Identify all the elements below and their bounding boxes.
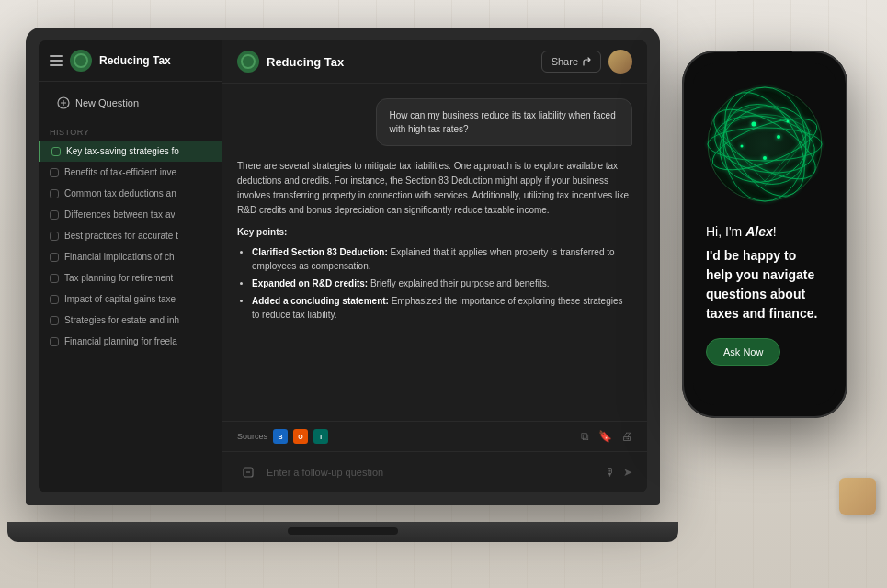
history-item-label: Benefits of tax-efficient inve	[64, 167, 176, 177]
history-item-label: Best practices for accurate t	[64, 231, 178, 241]
globe-svg	[700, 80, 829, 209]
sidebar-history-item[interactable]: Impact of capital gains taxe	[39, 288, 222, 310]
key-point-item: Expanded on R&D credits: Briefly explain…	[252, 277, 632, 290]
history-item-label: Differences between tax av	[64, 209, 175, 220]
bookmark-icon[interactable]: 🔖	[598, 430, 612, 443]
key-point-item: Added a concluding statement: Emphasized…	[252, 294, 632, 322]
chat-bubble-icon	[50, 253, 59, 262]
sidebar-history-item[interactable]: Benefits of tax-efficient inve	[39, 162, 222, 183]
share-button[interactable]: Share	[541, 51, 601, 73]
ai-response: There are several strategies to mitigate…	[237, 159, 632, 325]
ask-now-label: Ask Now	[723, 346, 763, 357]
phone-content: Hi, I'm Alex! I'd be happy to help you n…	[693, 215, 836, 366]
menu-icon[interactable]	[50, 55, 63, 66]
greeting-end: !	[773, 224, 777, 239]
user-avatar[interactable]	[608, 50, 632, 74]
history-item-label: Financial implications of ch	[64, 252, 175, 262]
phone-screen: Hi, I'm Alex! I'd be happy to help you n…	[693, 63, 836, 405]
svg-point-18	[787, 119, 790, 122]
attach-icon[interactable]	[237, 461, 259, 483]
laptop-screen: Reducing Tax New Question HISTORY	[39, 40, 647, 492]
dice-decoration	[839, 478, 876, 514]
source-badge-3[interactable]: T	[313, 429, 328, 444]
header-logo	[237, 51, 259, 73]
copy-icon[interactable]: ⧉	[581, 430, 589, 443]
globe-visualization	[696, 73, 834, 215]
chat-bubble-icon	[50, 210, 59, 220]
phone-body: Hi, I'm Alex! I'd be happy to help you n…	[682, 51, 847, 418]
sidebar-history-item[interactable]: Financial planning for freela	[39, 331, 222, 352]
share-label: Share	[552, 56, 578, 67]
history-list: Key tax-saving strategies fo Benefits of…	[39, 141, 222, 352]
user-message-text: How can my business reduce its tax liabi…	[390, 110, 616, 134]
sources-bar: Sources B O T ⧉ 🔖 🖨	[222, 421, 647, 451]
follow-up-input[interactable]	[267, 467, 597, 478]
user-message: How can my business reduce its tax liabi…	[376, 98, 633, 146]
chat-area[interactable]: How can my business reduce its tax liabi…	[222, 84, 647, 421]
history-item-label: Tax planning for retirement	[64, 273, 173, 283]
header-title: Reducing Tax	[267, 55, 344, 69]
sidebar-history-item[interactable]: Common tax deductions an	[39, 183, 222, 204]
header-right: Share	[541, 50, 632, 74]
greeting-text: Hi, I'm	[706, 224, 745, 239]
plus-icon	[57, 96, 70, 109]
sidebar-history-item[interactable]: Financial implications of ch	[39, 246, 222, 267]
svg-point-15	[777, 135, 780, 139]
phone-device: Hi, I'm Alex! I'd be happy to help you n…	[682, 51, 861, 436]
new-question-label: New Question	[75, 97, 139, 108]
chat-bubble-icon	[50, 337, 59, 346]
microphone-icon[interactable]: 🎙	[605, 466, 616, 479]
send-icon[interactable]: ➤	[623, 466, 632, 479]
chat-bubble-icon	[50, 274, 59, 283]
sidebar-app-title: Reducing Tax	[99, 54, 171, 67]
sidebar-history-item[interactable]: Tax planning for retirement	[39, 267, 222, 288]
source-badge-2[interactable]: O	[293, 429, 308, 444]
source-badge-1[interactable]: B	[273, 429, 288, 444]
ask-now-button[interactable]: Ask Now	[706, 338, 780, 366]
history-item-label: Impact of capital gains taxe	[64, 294, 176, 304]
sources-actions: ⧉ 🔖 🖨	[581, 430, 632, 443]
history-item-label: Key tax-saving strategies fo	[66, 146, 179, 156]
input-right-icons: 🎙 ➤	[605, 466, 632, 479]
svg-point-14	[752, 121, 756, 126]
phone-name: Alex	[745, 224, 773, 239]
phone-greeting: Hi, I'm Alex!	[706, 224, 824, 239]
input-area: 🎙 ➤	[222, 451, 647, 492]
laptop-device: Reducing Tax New Question HISTORY	[26, 28, 678, 551]
key-points-label: Key points:	[237, 225, 632, 240]
sidebar: Reducing Tax New Question HISTORY	[39, 40, 222, 492]
sources-label: Sources	[237, 432, 267, 441]
phone-tagline: I'd be happy to help you navigate questi…	[706, 246, 824, 323]
sidebar-history-item[interactable]: Differences between tax av	[39, 204, 222, 225]
app-container: Reducing Tax New Question HISTORY	[39, 40, 647, 492]
sidebar-history-item[interactable]: Strategies for estate and inh	[39, 310, 222, 331]
print-icon[interactable]: 🖨	[621, 430, 632, 443]
key-points-list: Clarified Section 83 Deduction: Explaine…	[237, 245, 632, 322]
laptop-body: Reducing Tax New Question HISTORY	[26, 28, 660, 505]
history-item-label: Financial planning for freela	[64, 336, 177, 346]
header-left: Reducing Tax	[237, 51, 344, 73]
chat-bubble-icon	[51, 147, 61, 156]
svg-point-16	[763, 156, 767, 160]
laptop-base	[7, 522, 678, 542]
sidebar-logo	[70, 50, 92, 72]
sidebar-history-item[interactable]: Key tax-saving strategies fo	[39, 141, 222, 162]
sidebar-history-item[interactable]: Best practices for accurate t	[39, 225, 222, 246]
key-point-item: Clarified Section 83 Deduction: Explaine…	[252, 245, 632, 273]
history-section-label: HISTORY	[39, 124, 222, 141]
sources-left: Sources B O T	[237, 429, 328, 444]
sidebar-header: Reducing Tax	[39, 40, 222, 82]
chat-bubble-icon	[50, 189, 59, 198]
history-item-label: Strategies for estate and inh	[64, 315, 179, 325]
chat-bubble-icon	[50, 295, 59, 304]
chat-bubble-icon	[50, 232, 59, 241]
svg-point-17	[741, 144, 744, 147]
ai-response-intro: There are several strategies to mitigate…	[237, 159, 632, 218]
main-content: Reducing Tax Share	[222, 40, 647, 492]
chat-bubble-icon	[50, 316, 59, 325]
history-item-label: Common tax deductions an	[64, 188, 176, 198]
phone-notch	[737, 51, 792, 60]
share-icon	[582, 57, 591, 66]
chat-bubble-icon	[50, 168, 59, 177]
new-question-button[interactable]: New Question	[46, 89, 214, 117]
